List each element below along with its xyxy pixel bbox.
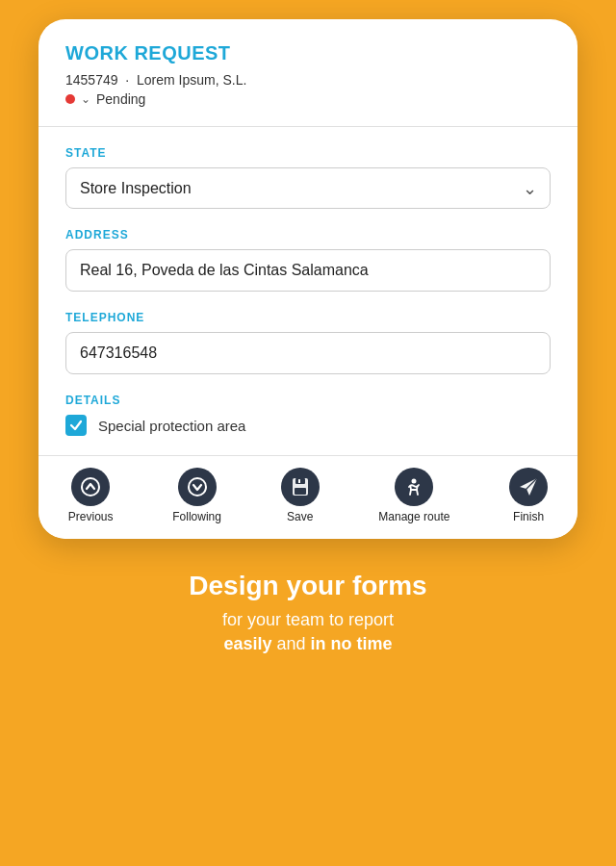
checkbox-row: Special protection area	[65, 415, 551, 436]
following-icon	[178, 468, 217, 506]
phone-card: WORK REQUEST 1455749 · Lorem Ipsum, S.L.…	[38, 19, 578, 539]
following-button[interactable]: Following	[172, 468, 221, 523]
checkbox-special-protection[interactable]	[65, 415, 87, 436]
save-icon	[281, 468, 320, 506]
divider	[38, 126, 578, 127]
telephone-label: TELEPHONE	[65, 311, 551, 324]
state-label: STATE	[65, 146, 551, 160]
manage-route-icon	[395, 468, 433, 506]
svg-rect-4	[295, 488, 306, 495]
work-request-title: WORK REQUEST	[65, 42, 551, 64]
svg-point-0	[82, 478, 99, 496]
tagline-section: Design your forms for your team to repor…	[150, 570, 465, 656]
status-badge: Pending	[96, 91, 145, 107]
finish-button[interactable]: Finish	[509, 468, 548, 523]
save-button[interactable]: Save	[281, 468, 320, 523]
work-request-subtitle: 1455749 · Lorem Ipsum, S.L.	[65, 72, 551, 88]
telephone-input[interactable]	[65, 332, 551, 374]
address-input[interactable]	[65, 249, 551, 292]
details-label: DETAILS	[65, 394, 551, 407]
status-dot	[65, 94, 75, 104]
tagline-sub: for your team to report easily and in no…	[189, 608, 426, 656]
svg-rect-5	[298, 479, 300, 483]
address-label: ADDRESS	[65, 228, 551, 242]
finish-label: Finish	[513, 510, 544, 523]
manage-route-button[interactable]: Manage route	[378, 468, 449, 523]
checkbox-label: Special protection area	[98, 418, 245, 434]
svg-point-1	[189, 478, 206, 496]
manage-route-label: Manage route	[378, 510, 449, 523]
following-label: Following	[172, 510, 221, 523]
finish-icon	[509, 468, 548, 506]
previous-icon	[71, 468, 110, 506]
tagline-main: Design your forms	[189, 570, 426, 602]
previous-button[interactable]: Previous	[68, 468, 114, 523]
previous-label: Previous	[68, 510, 114, 523]
state-select-wrapper[interactable]: Store Inspection ⌄	[65, 167, 551, 209]
bottom-nav: Previous Following	[38, 455, 578, 539]
state-select[interactable]: Store Inspection	[65, 167, 551, 209]
save-label: Save	[287, 510, 313, 523]
chevron-down-icon: ⌄	[81, 92, 90, 106]
checkmark-icon	[69, 419, 83, 432]
svg-point-6	[412, 479, 417, 484]
